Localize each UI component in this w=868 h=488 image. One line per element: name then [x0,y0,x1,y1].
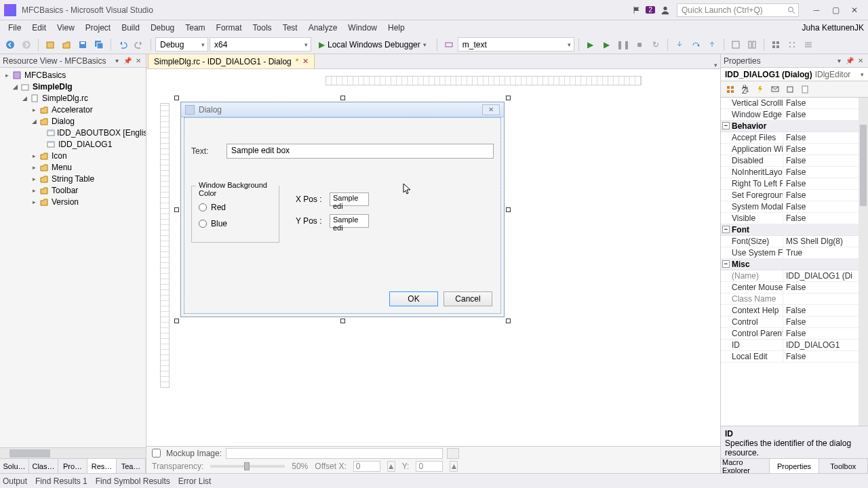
undo-button[interactable] [115,37,130,52]
grid-btn-3[interactable] [801,37,816,52]
nav-fwd-button[interactable] [19,37,34,52]
resize-handle[interactable] [340,96,345,100]
notifications[interactable]: 2 [632,5,655,15]
minimize-button[interactable]: ─ [807,3,826,17]
tab-dropdown-icon[interactable]: ▾ [714,62,717,68]
menu-format[interactable]: Format [211,22,248,34]
user-name[interactable]: Juha Kettunen [802,23,854,33]
tab-class[interactable]: Clas… [29,459,58,473]
resize-handle[interactable] [174,207,179,212]
property-row[interactable]: Window EdgeFalse [721,109,859,121]
property-row[interactable]: Context HelpFalse [721,305,859,317]
menu-help[interactable]: Help [382,22,410,34]
run-noDebug-button[interactable]: ▶ [599,37,614,52]
property-selector[interactable]: IDD_DIALOG1 (Dialog) IDlgEditor ▾ [721,68,868,81]
dialog-titlebar[interactable]: Dialog ✕ [181,102,504,117]
ypos-edit[interactable]: Sample edi [330,214,369,228]
property-category[interactable]: −Misc [721,259,859,270]
property-row[interactable]: Accept FilesFalse [721,132,859,144]
step-out-button[interactable] [705,37,719,52]
radio-red[interactable]: Red [199,203,272,212]
mockup-path-input[interactable] [226,448,443,459]
tab-find-results[interactable]: Find Results 1 [35,476,87,486]
tab-property[interactable]: Pro… [58,459,87,473]
grid-btn-1[interactable] [768,37,783,52]
tab-properties[interactable]: Properties [770,459,818,473]
tree-rc[interactable]: ◢SimpleDlg.rc [0,92,146,104]
tree-icon[interactable]: ▸Icon [0,150,146,161]
feedback-icon[interactable] [660,5,670,15]
platform-dropdown[interactable]: x64 [210,37,311,52]
property-row[interactable]: ControlFalse [721,317,859,328]
property-row[interactable]: Control ParentFalse [721,328,859,340]
radio-blue[interactable]: Blue [199,219,272,228]
property-row[interactable]: VisibleFalse [721,213,859,224]
menu-view[interactable]: View [52,22,80,34]
property-row[interactable]: Center MouseFalse [721,282,859,293]
nav-back-button[interactable] [3,37,18,52]
dialog-close-icon[interactable]: ✕ [482,104,500,115]
doc-tab-dialog[interactable]: SimpleDlg.rc - IDD_DIALOG1 - Dialog * ✕ [148,54,315,68]
menu-tools[interactable]: Tools [248,22,277,34]
property-row[interactable]: (Name)IDD_DIALOG1 (Di [721,270,859,282]
tab-team[interactable]: Tea… [117,459,146,473]
tree-aboutbox[interactable]: IDD_ABOUTBOX [English] [0,127,146,138]
tab-find-symbol[interactable]: Find Symbol Results [96,476,170,486]
step-over-button[interactable] [688,37,703,52]
save-all-button[interactable] [92,37,106,52]
start-debug-button[interactable]: ▶ Local Windows Debugger ▾ [313,37,433,52]
tab-error-list[interactable]: Error List [178,476,212,486]
property-v-scrollbar[interactable] [859,98,868,426]
property-category[interactable]: −Font [721,224,859,236]
property-row[interactable]: Class Name [721,293,859,305]
offsety-spinner[interactable]: ▲▼ [450,461,458,472]
menu-team[interactable]: Team [180,22,210,34]
redo-button[interactable] [132,37,146,52]
property-row[interactable]: Local EditFalse [721,351,859,363]
transparency-slider[interactable] [210,465,285,468]
menu-test[interactable]: Test [277,22,303,34]
tree-h-scrollbar[interactable] [0,447,146,458]
offsetx-spinner[interactable]: ▲▼ [387,461,395,472]
panel-close-icon[interactable]: ✕ [134,56,143,66]
categorize-icon[interactable] [724,83,737,96]
dialog-preview[interactable]: Dialog ✕ Text: Sample edit box Window Ba… [180,102,505,317]
tab-toolbox[interactable]: Toolbox [819,459,868,473]
dialog-body[interactable]: Text: Sample edit box Window Background … [184,117,501,314]
open-button[interactable] [59,37,74,52]
property-row[interactable]: Set ForegroundFalse [721,190,859,201]
step-into-button[interactable] [672,37,687,52]
property-row[interactable]: IDIDD_DIALOG1 [721,340,859,351]
tree-project[interactable]: ◢SimpleDlg [0,81,146,92]
tree-toolbar[interactable]: ▸Toolbar [0,184,146,196]
panel-close-icon[interactable]: ✕ [856,56,865,66]
user-avatar[interactable]: JK [854,23,864,33]
menu-window[interactable]: Window [342,22,382,34]
bgcolor-group[interactable]: Window Background Color Red Blue [191,186,279,243]
ok-button[interactable]: OK [389,291,438,306]
panel-dropdown-icon[interactable]: ▾ [112,56,121,66]
overrides-icon[interactable] [783,83,797,96]
pause-button[interactable]: ❚❚ [616,37,631,52]
property-row[interactable]: NoInheritLayouFalse [721,167,859,178]
resize-handle[interactable] [174,96,179,100]
xpos-label[interactable]: X Pos : [296,195,324,204]
tree-root[interactable]: ▸MFCBasics [0,69,146,81]
mockup-checkbox[interactable] [152,449,161,458]
property-pages-icon[interactable] [798,83,812,96]
menu-analyze[interactable]: Analyze [303,22,343,34]
xpos-edit[interactable]: Sample edi [330,192,369,206]
text-label[interactable]: Text: [191,146,226,156]
resize-handle[interactable] [506,96,511,100]
menu-edit[interactable]: Edit [26,22,52,34]
restart-button[interactable]: ↻ [648,37,663,52]
property-row[interactable]: Right To Left ReFalse [721,178,859,190]
tree-dialog1[interactable]: IDD_DIALOG1 [0,138,146,150]
property-row[interactable]: DisabledFalse [721,155,859,167]
property-row[interactable]: Use System FonTrue [721,247,859,259]
events-icon[interactable] [753,83,767,96]
panel-pin-icon[interactable]: 📌 [845,56,854,66]
offsety-input[interactable]: 0 [416,461,443,472]
layout-btn-1[interactable] [728,37,743,52]
tab-close-icon[interactable]: ✕ [302,57,309,66]
